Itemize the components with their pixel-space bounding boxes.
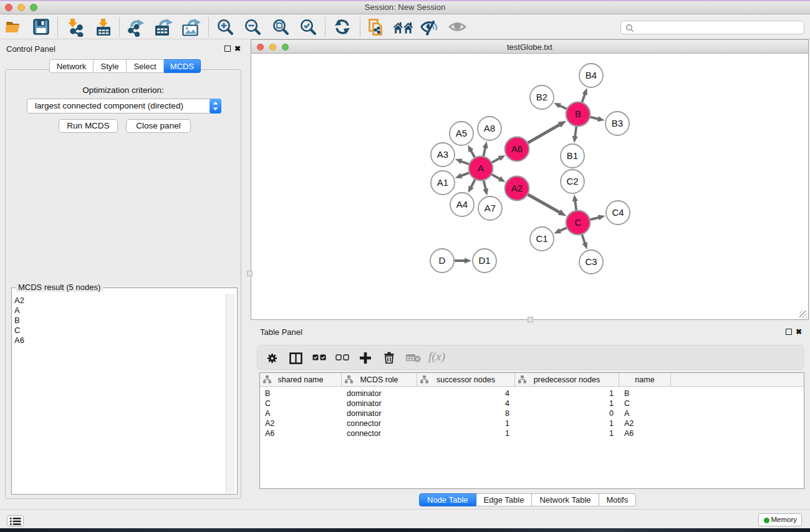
svg-text:C4: C4 (612, 207, 624, 218)
svg-text:A3: A3 (437, 149, 448, 160)
svg-text:A: A (478, 163, 484, 173)
svg-text:A8: A8 (484, 123, 495, 133)
svg-text:D: D (439, 255, 446, 266)
svg-text:D1: D1 (478, 255, 490, 266)
svg-text:C2: C2 (566, 176, 578, 186)
svg-text:A1: A1 (437, 177, 448, 188)
svg-text:B3: B3 (612, 118, 623, 128)
svg-text:A7: A7 (485, 203, 496, 213)
svg-text:C: C (575, 217, 582, 228)
svg-text:B1: B1 (567, 150, 578, 161)
svg-text:B4: B4 (586, 70, 597, 80)
svg-text:A2: A2 (511, 183, 523, 193)
svg-text:A6: A6 (511, 143, 523, 154)
svg-text:C3: C3 (585, 256, 597, 267)
svg-text:A5: A5 (456, 128, 467, 138)
svg-text:B: B (575, 109, 581, 119)
svg-text:A4: A4 (456, 199, 468, 210)
svg-text:C1: C1 (536, 233, 547, 244)
svg-text:B2: B2 (536, 92, 547, 102)
